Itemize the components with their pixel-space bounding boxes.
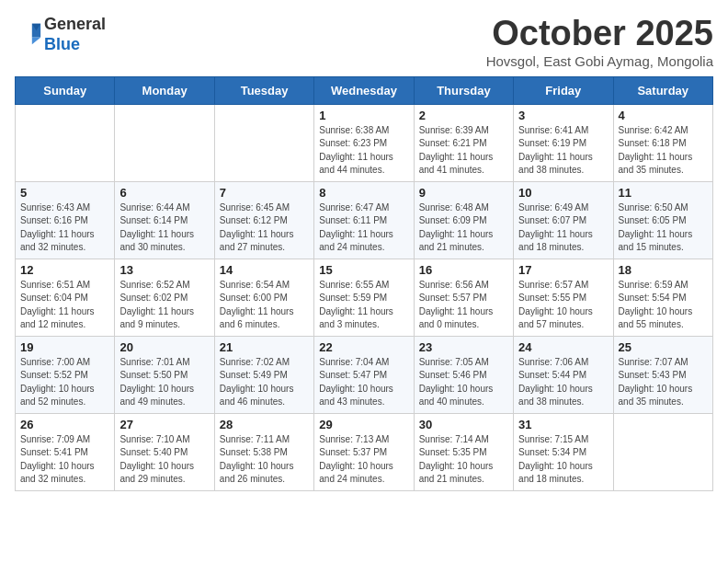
day-info: Sunrise: 6:44 AMSunset: 6:14 PMDaylight:… [119,201,209,255]
calendar-day-cell: 26Sunrise: 7:09 AMSunset: 5:41 PMDayligh… [16,413,115,490]
title-area: October 2025 Hovsgol, East Gobi Aymag, M… [486,15,713,69]
day-info: Sunrise: 6:59 AMSunset: 5:54 PMDaylight:… [619,279,708,332]
calendar-day-cell: 31Sunrise: 7:15 AMSunset: 5:34 PMDayligh… [514,413,613,490]
day-number: 29 [319,418,408,431]
calendar-day-cell: 30Sunrise: 7:14 AMSunset: 5:35 PMDayligh… [414,413,513,490]
day-info: Sunrise: 6:48 AMSunset: 6:09 PMDaylight:… [419,201,508,255]
day-info: Sunrise: 7:01 AMSunset: 5:50 PMDaylight:… [119,356,209,409]
calendar-day-cell: 22Sunrise: 7:04 AMSunset: 5:47 PMDayligh… [314,336,414,413]
calendar-header-row: SundayMondayTuesdayWednesdayThursdayFrid… [16,76,713,104]
day-number: 14 [220,263,309,277]
day-number: 27 [119,418,209,431]
day-info: Sunrise: 6:47 AMSunset: 6:11 PMDaylight:… [319,201,408,255]
page-header: General Blue October 2025 Hovsgol, East … [15,15,713,69]
day-number: 12 [20,263,109,277]
day-of-week-header: Thursday [414,76,513,104]
day-number: 11 [619,186,708,200]
calendar-week-row: 26Sunrise: 7:09 AMSunset: 5:41 PMDayligh… [16,413,713,490]
day-number: 7 [220,186,309,200]
day-number: 24 [518,340,608,354]
calendar-week-row: 1Sunrise: 6:38 AMSunset: 6:23 PMDaylight… [16,104,713,181]
calendar-day-cell: 23Sunrise: 7:05 AMSunset: 5:46 PMDayligh… [414,336,513,413]
calendar-day-cell: 3Sunrise: 6:41 AMSunset: 6:19 PMDaylight… [514,104,613,181]
day-info: Sunrise: 7:10 AMSunset: 5:40 PMDaylight:… [119,433,209,487]
calendar-day-cell [613,413,712,490]
day-number: 21 [220,340,309,354]
day-info: Sunrise: 6:56 AMSunset: 5:57 PMDaylight:… [419,279,508,332]
day-info: Sunrise: 6:45 AMSunset: 6:12 PMDaylight:… [220,201,309,255]
day-info: Sunrise: 6:41 AMSunset: 6:19 PMDaylight:… [518,124,608,178]
location-subtitle: Hovsgol, East Gobi Aymag, Mongolia [486,53,713,69]
logo-icon [17,20,42,46]
day-of-week-header: Sunday [16,76,115,104]
day-of-week-header: Wednesday [314,76,414,104]
calendar-day-cell: 18Sunrise: 6:59 AMSunset: 5:54 PMDayligh… [613,259,712,336]
day-info: Sunrise: 6:50 AMSunset: 6:05 PMDaylight:… [619,201,708,255]
calendar-day-cell: 2Sunrise: 6:39 AMSunset: 6:21 PMDaylight… [414,104,513,181]
day-info: Sunrise: 6:49 AMSunset: 6:07 PMDaylight:… [518,201,608,255]
calendar-day-cell [16,104,115,181]
day-info: Sunrise: 6:43 AMSunset: 6:16 PMDaylight:… [20,201,109,255]
day-number: 20 [119,340,209,354]
day-number: 19 [20,340,109,354]
day-of-week-header: Friday [514,76,613,104]
day-info: Sunrise: 7:05 AMSunset: 5:46 PMDaylight:… [419,356,508,409]
month-title: October 2025 [486,15,713,53]
day-of-week-header: Tuesday [214,76,313,104]
day-number: 10 [518,186,608,200]
calendar-day-cell [115,104,214,181]
calendar-day-cell: 5Sunrise: 6:43 AMSunset: 6:16 PMDaylight… [16,181,115,259]
day-info: Sunrise: 6:55 AMSunset: 5:59 PMDaylight:… [319,279,408,332]
day-number: 4 [619,109,708,122]
day-number: 28 [220,418,309,431]
calendar-day-cell: 11Sunrise: 6:50 AMSunset: 6:05 PMDayligh… [613,181,712,259]
day-number: 22 [319,340,408,354]
day-info: Sunrise: 7:00 AMSunset: 5:52 PMDaylight:… [20,356,109,409]
calendar-day-cell: 21Sunrise: 7:02 AMSunset: 5:49 PMDayligh… [214,336,313,413]
day-info: Sunrise: 7:06 AMSunset: 5:44 PMDaylight:… [518,356,608,409]
day-number: 1 [319,109,408,122]
calendar-table: SundayMondayTuesdayWednesdayThursdayFrid… [15,76,713,491]
calendar-week-row: 12Sunrise: 6:51 AMSunset: 6:04 PMDayligh… [16,259,713,336]
calendar-day-cell: 28Sunrise: 7:11 AMSunset: 5:38 PMDayligh… [214,413,313,490]
day-info: Sunrise: 7:15 AMSunset: 5:34 PMDaylight:… [518,433,608,487]
day-info: Sunrise: 6:52 AMSunset: 6:02 PMDaylight:… [119,279,209,332]
day-info: Sunrise: 7:04 AMSunset: 5:47 PMDaylight:… [319,356,408,409]
calendar-day-cell: 16Sunrise: 6:56 AMSunset: 5:57 PMDayligh… [414,259,513,336]
calendar-day-cell: 12Sunrise: 6:51 AMSunset: 6:04 PMDayligh… [16,259,115,336]
calendar-day-cell: 14Sunrise: 6:54 AMSunset: 6:00 PMDayligh… [214,259,313,336]
day-number: 25 [619,340,708,354]
calendar-day-cell: 13Sunrise: 6:52 AMSunset: 6:02 PMDayligh… [115,259,214,336]
day-info: Sunrise: 7:13 AMSunset: 5:37 PMDaylight:… [319,433,408,487]
calendar-day-cell: 20Sunrise: 7:01 AMSunset: 5:50 PMDayligh… [115,336,214,413]
day-info: Sunrise: 7:11 AMSunset: 5:38 PMDaylight:… [220,433,309,487]
day-number: 26 [20,418,109,431]
calendar-day-cell: 25Sunrise: 7:07 AMSunset: 5:43 PMDayligh… [613,336,712,413]
day-number: 8 [319,186,408,200]
calendar-day-cell: 17Sunrise: 6:57 AMSunset: 5:55 PMDayligh… [514,259,613,336]
calendar-day-cell: 24Sunrise: 7:06 AMSunset: 5:44 PMDayligh… [514,336,613,413]
day-info: Sunrise: 6:38 AMSunset: 6:23 PMDaylight:… [319,124,408,178]
day-number: 2 [419,109,508,122]
calendar-week-row: 5Sunrise: 6:43 AMSunset: 6:16 PMDaylight… [16,181,713,259]
calendar-day-cell: 9Sunrise: 6:48 AMSunset: 6:09 PMDaylight… [414,181,513,259]
calendar-week-row: 19Sunrise: 7:00 AMSunset: 5:52 PMDayligh… [16,336,713,413]
day-number: 17 [518,263,608,277]
calendar-day-cell: 19Sunrise: 7:00 AMSunset: 5:52 PMDayligh… [16,336,115,413]
calendar-day-cell: 7Sunrise: 6:45 AMSunset: 6:12 PMDaylight… [214,181,313,259]
day-info: Sunrise: 6:57 AMSunset: 5:55 PMDaylight:… [518,279,608,332]
day-number: 3 [518,109,608,122]
day-number: 18 [619,263,708,277]
day-of-week-header: Saturday [613,76,712,104]
calendar-day-cell: 4Sunrise: 6:42 AMSunset: 6:18 PMDaylight… [613,104,712,181]
day-info: Sunrise: 6:39 AMSunset: 6:21 PMDaylight:… [419,124,508,178]
day-info: Sunrise: 7:07 AMSunset: 5:43 PMDaylight:… [619,356,708,409]
logo: General Blue [15,15,106,54]
day-number: 5 [20,186,109,200]
day-number: 15 [319,263,408,277]
day-number: 16 [419,263,508,277]
day-number: 13 [119,263,209,277]
calendar-day-cell [214,104,313,181]
calendar-day-cell: 27Sunrise: 7:10 AMSunset: 5:40 PMDayligh… [115,413,214,490]
day-number: 9 [419,186,508,200]
